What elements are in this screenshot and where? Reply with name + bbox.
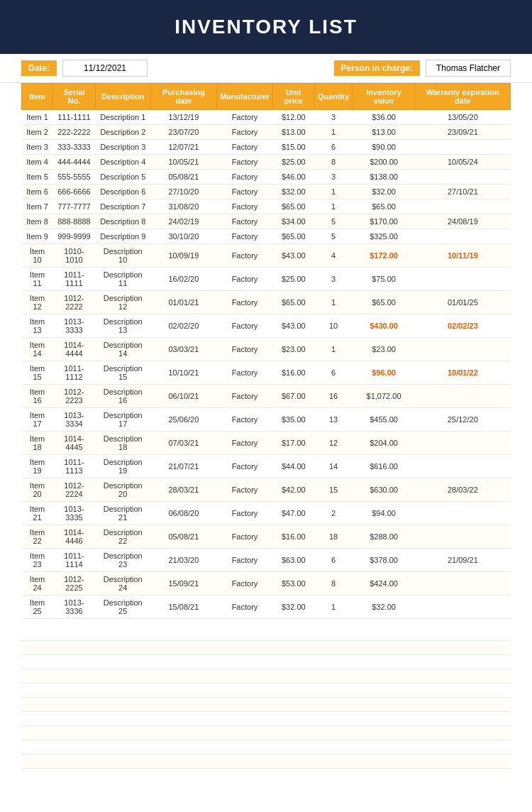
table-row: Item 231011-1114Description 2321/03/20Fa… [22, 549, 511, 572]
col-inv: Inventory value [353, 84, 415, 110]
empty-row [21, 626, 511, 640]
header: INVENTORY LIST [0, 0, 532, 54]
empty-row [21, 640, 511, 654]
empty-row [21, 683, 511, 697]
table-row: Item 1111-1111Description 113/12/19Facto… [22, 110, 511, 125]
col-serial: Serial No. [53, 84, 96, 110]
table-row: Item 251013-3336Description 2515/08/21Fa… [22, 596, 511, 619]
date-label: Date: [21, 60, 57, 76]
person-label: Person in charge: [334, 60, 420, 76]
empty-row [21, 697, 511, 711]
col-warranty: Warranty expiration date [415, 84, 510, 110]
table-row: Item 121012-2222Description 1201/01/21Fa… [22, 291, 511, 314]
table-row: Item 191011-1113Description 1921/07/21Fa… [22, 455, 511, 478]
empty-row [21, 711, 511, 725]
col-qty: Quantity [314, 84, 353, 110]
table-row: Item 9999-9999Description 930/10/20Facto… [22, 229, 511, 244]
table-row: Item 181014-4445Description 1807/03/21Fa… [22, 432, 511, 455]
table-row: Item 241012-2225Description 2415/09/21Fa… [22, 572, 511, 596]
table-row: Item 6666-6666Description 627/10/20Facto… [22, 185, 511, 199]
table-row: Item 131013-3333Description 1302/02/20Fa… [22, 314, 511, 338]
table-row: Item 151011-1112Description 1510/10/21Fa… [22, 361, 511, 385]
table-row: Item 221014-4446Description 2205/08/21Fa… [22, 525, 511, 549]
table-row: Item 5555-5555Description 505/08/21Facto… [22, 170, 511, 185]
table-row: Item 161012-2223Description 1606/10/21Fa… [22, 385, 511, 408]
table-row: Item 8888-8888Description 824/02/19Facto… [22, 214, 511, 229]
table-row: Item 211013-3335Description 2106/08/20Fa… [22, 502, 511, 525]
person-value: Thomas Flatcher [426, 60, 511, 77]
meta-row: Date: 11/12/2021 Person in charge: Thoma… [0, 54, 532, 83]
table-row: Item 141014-4444Description 1403/03/21Fa… [22, 338, 511, 361]
empty-row [21, 669, 511, 683]
table-row: Item 101010-1010Description 1010/09/19Fa… [22, 244, 511, 268]
table-row: Item 4444-4444Description 410/05/21Facto… [22, 155, 511, 170]
table-container: Item Serial No. Description Purchasing d… [0, 83, 532, 626]
col-item: Item [22, 84, 53, 110]
date-value: 11/12/2021 [62, 60, 148, 77]
table-row: Item 171013-3334Description 1725/06/20Fa… [22, 408, 511, 432]
col-price: Unit price [272, 84, 314, 110]
inventory-table: Item Serial No. Description Purchasing d… [21, 83, 511, 619]
empty-row [21, 725, 511, 740]
empty-row [21, 754, 511, 768]
table-header-row: Item Serial No. Description Purchasing d… [22, 84, 511, 110]
table-row: Item 2222-2222Description 223/07/20Facto… [22, 125, 511, 140]
col-date: Purchasing date [150, 84, 216, 110]
table-row: Item 7777-7777Description 731/08/20Facto… [22, 199, 511, 214]
page-title: INVENTORY LIST [7, 16, 525, 38]
empty-row [21, 740, 511, 754]
table-row: Item 201012-2224Description 2028/03/21Fa… [22, 478, 511, 502]
col-mfg: Manufacturer [217, 84, 273, 110]
page: INVENTORY LIST Date: 11/12/2021 Person i… [0, 0, 532, 812]
table-row: Item 111011-1111Description 1116/02/20Fa… [22, 268, 511, 291]
col-desc: Description [95, 84, 150, 110]
empty-row [21, 654, 511, 669]
table-row: Item 3333-3333Description 312/07/21Facto… [22, 140, 511, 155]
